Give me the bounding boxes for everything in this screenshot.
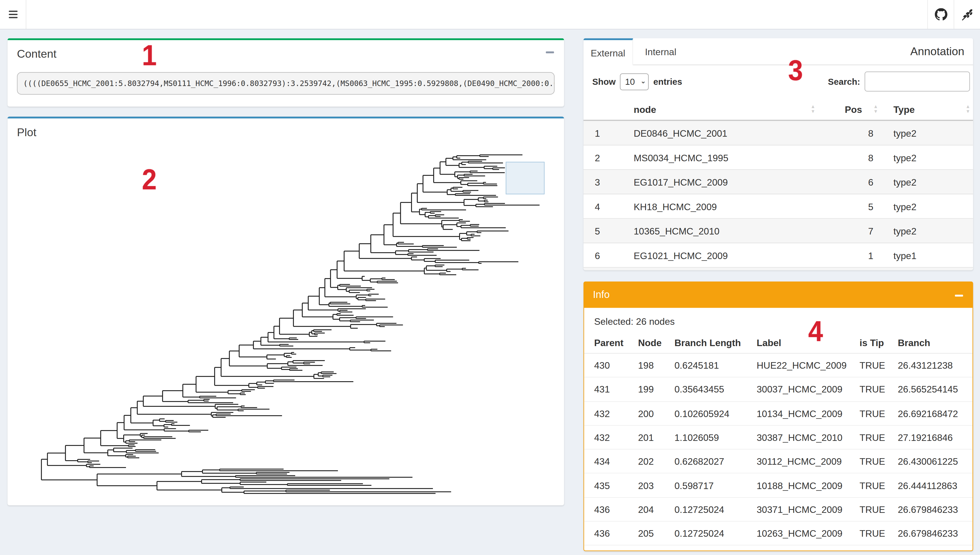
- overlay-number-2: 2: [142, 162, 157, 196]
- info-table-row[interactable]: 431 199 0.35643455 30037_HCMC_2009 TRUE …: [584, 378, 973, 402]
- annotation-title: Annotation: [910, 38, 973, 65]
- github-link[interactable]: [928, 0, 954, 29]
- info-table-row[interactable]: 434 202 0.62682027 30112_HCMC_2009 TRUE …: [584, 450, 973, 474]
- annotation-table-row[interactable]: 6 EG1021_HCMC_2009 1 type1: [583, 243, 973, 268]
- column-header-pos[interactable]: Pos ▴▾: [818, 104, 881, 115]
- selection-rectangle: [506, 162, 545, 194]
- info-table-row[interactable]: 435 203 0.598717 10188_HCMC_2009 TRUE 26…: [584, 474, 973, 498]
- search-label: Search:: [828, 77, 860, 87]
- tab-internal[interactable]: Internal: [633, 38, 688, 65]
- plot-panel: Plot: [8, 117, 564, 505]
- annotation-tab-bar: External Internal Annotation: [583, 38, 973, 66]
- show-label: Show: [592, 77, 615, 87]
- annotation-table-row[interactable]: 3 EG1017_HCMC_2009 6 type2: [583, 170, 973, 195]
- overlay-number-4: 4: [808, 314, 823, 348]
- annotation-table-body: 1 DE0846_HCMC_2001 8 type2 2 MS0034_HCMC…: [583, 121, 973, 268]
- column-header-node[interactable]: node ▴▾: [623, 104, 818, 115]
- annotation-table-row[interactable]: 5 10365_HCMC_2010 7 type2: [583, 219, 973, 244]
- annotation-table-row[interactable]: 4 KH18_HCMC_2009 5 type2: [583, 194, 973, 219]
- selected-count-text: Selected: 26 nodes: [584, 308, 973, 327]
- sidebar-toggle-button[interactable]: [0, 0, 26, 29]
- page-length-select[interactable]: 10: [620, 73, 649, 90]
- info-panel-title: Info: [583, 282, 973, 308]
- annotation-table-row[interactable]: 1 DE0846_HCMC_2001 8 type2: [583, 121, 973, 146]
- info-table-body: 430 198 0.6245181 HUE22_HCMC_2009 TRUE 2…: [584, 354, 973, 546]
- content-panel-title: Content: [8, 40, 564, 61]
- phylogenetic-tree-plot[interactable]: [8, 119, 564, 504]
- info-table-row[interactable]: 436 204 0.12725024 30371_HCMC_2009 TRUE …: [584, 497, 973, 521]
- info-panel-body: Selected: 26 nodes Parent Node Branch Le…: [584, 308, 973, 551]
- sort-icons: ▴▾: [874, 104, 877, 114]
- overlay-number-3: 3: [788, 53, 803, 87]
- content-collapse-button[interactable]: [545, 50, 555, 54]
- app-stage: Content ((((DE0655_HCMC_2001:5.8032794,M…: [0, 0, 980, 555]
- brand-link[interactable]: [954, 0, 980, 29]
- leaf-branch-icon: [961, 8, 974, 21]
- entries-label: entries: [653, 77, 682, 87]
- annotation-table-row-clipped: [583, 268, 973, 270]
- info-table-row[interactable]: 436 205 0.12725024 10263_HCMC_2009 TRUE …: [584, 521, 973, 546]
- info-panel: Info Selected: 26 nodes Parent Node Bran…: [583, 282, 973, 551]
- content-panel: Content ((((DE0655_HCMC_2001:5.8032794,M…: [8, 38, 564, 107]
- sort-icons: ▴▾: [966, 104, 969, 114]
- annotation-panel: External Internal Annotation Show 10 ⌄ e…: [583, 38, 973, 270]
- top-navbar: [0, 0, 980, 30]
- info-table-header: Parent Node Branch Length Label is Tip B…: [584, 332, 973, 354]
- tab-external[interactable]: External: [583, 38, 633, 66]
- search-input[interactable]: [864, 72, 970, 91]
- info-table-row[interactable]: 432 200 0.102605924 10134_HCMC_2009 TRUE…: [584, 401, 973, 426]
- datatable-controls: Show 10 ⌄ entries Search:: [583, 72, 973, 91]
- column-header-type[interactable]: Type ▴▾: [881, 104, 973, 115]
- sort-icons: ▴▾: [811, 104, 815, 114]
- github-icon: [935, 8, 947, 21]
- info-panel-header: Info: [583, 282, 973, 308]
- info-collapse-button[interactable]: [954, 294, 964, 297]
- minus-icon: [546, 51, 554, 53]
- newick-text-input[interactable]: ((((DE0655_HCMC_2001:5.8032794,MS0111_HC…: [17, 72, 555, 95]
- hamburger-icon: [8, 11, 17, 12]
- minus-icon: [955, 295, 963, 296]
- info-table-row[interactable]: 430 198 0.6245181 HUE22_HCMC_2009 TRUE 2…: [584, 354, 973, 378]
- overlay-number-1: 1: [142, 38, 157, 72]
- info-table-row[interactable]: 432 201 1.1026059 30387_HCMC_2010 TRUE 2…: [584, 426, 973, 450]
- annotation-table-row[interactable]: 2 MS0034_HCMC_1995 8 type2: [583, 146, 973, 170]
- annotation-table-header: node ▴▾ Pos ▴▾ Type ▴▾: [583, 99, 973, 121]
